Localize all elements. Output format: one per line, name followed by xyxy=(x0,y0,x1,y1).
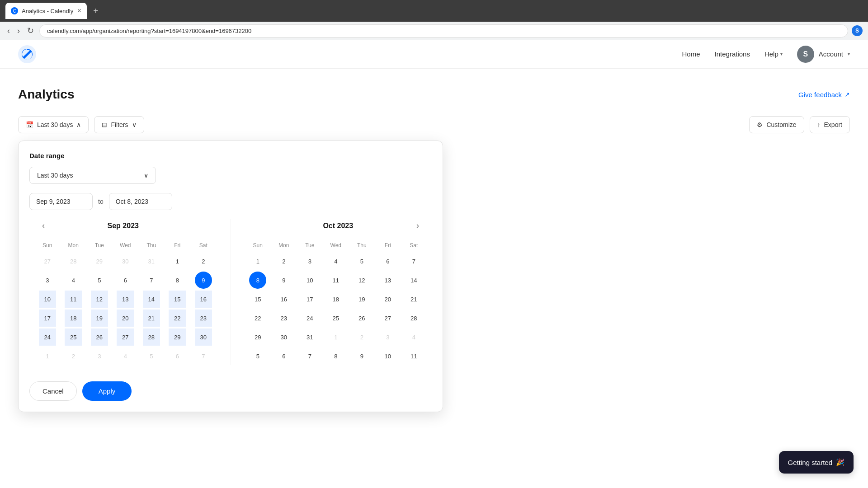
calendar-day[interactable]: 29 xyxy=(249,328,266,346)
calendar-day[interactable]: 2 xyxy=(275,253,292,270)
calendar-day[interactable]: 5 xyxy=(353,253,370,270)
calendar-day[interactable]: 2 xyxy=(353,328,370,346)
calendar-day[interactable]: 4 xyxy=(65,272,82,289)
calendar-day[interactable]: 14 xyxy=(143,291,160,308)
calendar-day[interactable]: 2 xyxy=(195,253,212,270)
calendar-day[interactable]: 11 xyxy=(405,347,422,365)
address-bar[interactable] xyxy=(39,24,848,38)
calendar-day[interactable]: 13 xyxy=(117,291,134,308)
calendar-day[interactable]: 6 xyxy=(169,347,186,365)
calendar-day[interactable]: 24 xyxy=(301,310,318,327)
apply-button[interactable]: Apply xyxy=(82,381,132,401)
calendar-day[interactable]: 30 xyxy=(195,328,212,346)
tab-close-button[interactable]: × xyxy=(77,7,81,15)
calendar-day[interactable]: 22 xyxy=(169,310,186,327)
calendar-day[interactable]: 9 xyxy=(353,347,370,365)
calendar-day[interactable]: 31 xyxy=(301,328,318,346)
calendar-day[interactable]: 7 xyxy=(405,253,422,270)
browser-profile-icon[interactable]: S xyxy=(852,25,863,36)
to-date-input[interactable] xyxy=(109,193,172,210)
date-range-button[interactable]: 📅 Last 30 days ∧ xyxy=(18,116,89,133)
calendar-day[interactable]: 29 xyxy=(91,253,108,270)
calendar-day[interactable]: 25 xyxy=(327,310,344,327)
export-button[interactable]: ↑ Export xyxy=(810,116,850,133)
calendar-day[interactable]: 6 xyxy=(117,272,134,289)
calendar-day[interactable]: 27 xyxy=(39,253,56,270)
calendar-day[interactable]: 12 xyxy=(353,272,370,289)
calendar-day[interactable]: 22 xyxy=(249,310,266,327)
calendar-day[interactable]: 19 xyxy=(91,310,108,327)
calendar-day[interactable]: 9 xyxy=(275,272,292,289)
calendar-day[interactable]: 23 xyxy=(195,310,212,327)
filters-button[interactable]: ⊟ Filters ∨ xyxy=(94,116,144,133)
calendar-day[interactable]: 1 xyxy=(249,253,266,270)
calendar-day[interactable]: 4 xyxy=(405,328,422,346)
calendar-day[interactable]: 15 xyxy=(249,291,266,308)
calendar-day[interactable]: 1 xyxy=(169,253,186,270)
calendar-day[interactable]: 30 xyxy=(117,253,134,270)
calendar-day[interactable]: 26 xyxy=(91,328,108,346)
next-month-button[interactable]: › xyxy=(413,219,423,232)
calendar-day[interactable]: 31 xyxy=(143,253,160,270)
calendar-day[interactable]: 8 xyxy=(327,347,344,365)
calendar-day[interactable]: 25 xyxy=(65,328,82,346)
calendar-day[interactable]: 20 xyxy=(379,291,396,308)
from-date-input[interactable] xyxy=(29,193,93,210)
calendar-day[interactable]: 3 xyxy=(301,253,318,270)
calendar-day[interactable]: 14 xyxy=(405,272,422,289)
back-button[interactable]: ‹ xyxy=(5,24,12,38)
calendar-day[interactable]: 21 xyxy=(405,291,422,308)
calendar-day[interactable]: 28 xyxy=(65,253,82,270)
calendar-day[interactable]: 24 xyxy=(39,328,56,346)
calendar-day[interactable]: 17 xyxy=(39,310,56,327)
calendar-day[interactable]: 11 xyxy=(327,272,344,289)
refresh-button[interactable]: ↻ xyxy=(25,24,36,38)
calendar-day[interactable]: 7 xyxy=(195,347,212,365)
calendar-day[interactable]: 28 xyxy=(143,328,160,346)
browser-tab[interactable]: C Analytics - Calendly × xyxy=(5,3,87,19)
calendar-day[interactable]: 18 xyxy=(327,291,344,308)
calendar-day[interactable]: 5 xyxy=(143,347,160,365)
calendar-day[interactable]: 1 xyxy=(39,347,56,365)
calendar-day[interactable]: 4 xyxy=(117,347,134,365)
nav-integrations[interactable]: Integrations xyxy=(715,50,750,58)
user-avatar[interactable]: S xyxy=(797,46,814,63)
calendar-day[interactable]: 5 xyxy=(249,347,266,365)
calendar-day[interactable]: 13 xyxy=(379,272,396,289)
calendar-day[interactable]: 27 xyxy=(117,328,134,346)
forward-button[interactable]: › xyxy=(15,24,22,38)
calendar-day[interactable]: 23 xyxy=(275,310,292,327)
calendar-day[interactable]: 8 xyxy=(169,272,186,289)
prev-month-button[interactable]: ‹ xyxy=(38,219,48,232)
calendar-day[interactable]: 10 xyxy=(39,291,56,308)
nav-home[interactable]: Home xyxy=(682,50,700,58)
calendar-day[interactable]: 1 xyxy=(327,328,344,346)
calendar-day[interactable]: 7 xyxy=(143,272,160,289)
nav-help[interactable]: Help ▾ xyxy=(764,50,783,58)
calendar-day[interactable]: 3 xyxy=(379,328,396,346)
calendar-day[interactable]: 18 xyxy=(65,310,82,327)
give-feedback-link[interactable]: Give feedback ↗ xyxy=(798,91,850,99)
calendar-day[interactable]: 8 xyxy=(249,272,266,289)
account-label[interactable]: Account xyxy=(819,50,843,58)
calendar-day[interactable]: 12 xyxy=(91,291,108,308)
logo[interactable] xyxy=(18,45,36,63)
calendar-day[interactable]: 4 xyxy=(327,253,344,270)
calendar-day[interactable]: 27 xyxy=(379,310,396,327)
calendar-day[interactable]: 15 xyxy=(169,291,186,308)
cancel-button[interactable]: Cancel xyxy=(29,381,77,401)
calendar-day[interactable]: 6 xyxy=(379,253,396,270)
calendar-day[interactable]: 10 xyxy=(301,272,318,289)
calendar-day[interactable]: 10 xyxy=(379,347,396,365)
calendar-day[interactable]: 7 xyxy=(301,347,318,365)
calendar-day[interactable]: 29 xyxy=(169,328,186,346)
calendar-day[interactable]: 6 xyxy=(275,347,292,365)
getting-started-toast[interactable]: Getting started 🎉 xyxy=(779,451,854,474)
customize-button[interactable]: ⚙ Customize xyxy=(749,116,804,133)
calendar-day[interactable]: 26 xyxy=(353,310,370,327)
new-tab-button[interactable]: + xyxy=(90,6,101,16)
calendar-day[interactable]: 2 xyxy=(65,347,82,365)
calendar-day[interactable]: 19 xyxy=(353,291,370,308)
calendar-day[interactable]: 16 xyxy=(275,291,292,308)
date-range-select[interactable]: Last 30 days ∨ xyxy=(29,167,156,184)
